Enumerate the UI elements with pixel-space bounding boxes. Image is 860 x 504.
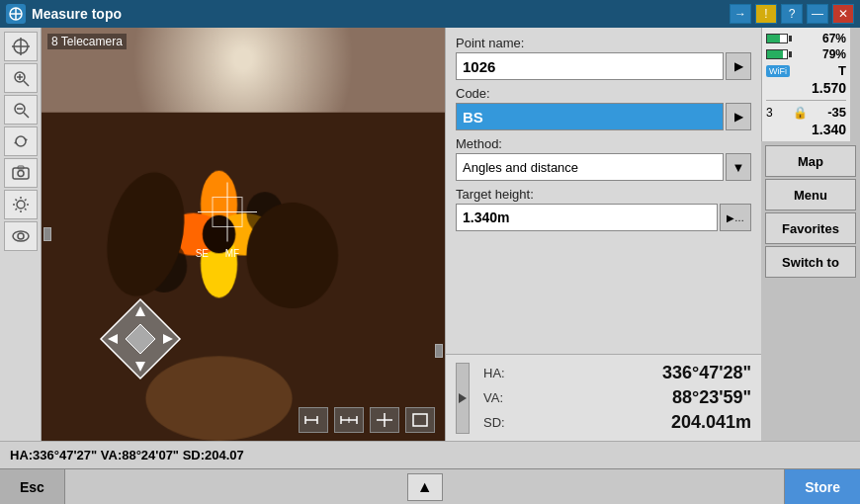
switch-to-btn[interactable]: Switch to [765, 246, 856, 278]
crosshair-mf: MF [225, 248, 239, 259]
svg-point-28 [18, 233, 24, 239]
point-name-input[interactable] [456, 52, 724, 80]
camera-tool[interactable] [4, 158, 38, 188]
app-title: Measure topo [32, 6, 724, 22]
va-value: 88°23'59" [672, 387, 751, 408]
esc-button[interactable]: Esc [0, 469, 65, 504]
svg-rect-15 [13, 168, 29, 179]
target-height-btn[interactable]: ▶… [720, 204, 751, 231]
point-name-arrow-btn[interactable]: ▶ [726, 52, 751, 80]
app-icon [6, 4, 26, 24]
battery2-pct: 79% [822, 47, 846, 61]
ha-label: HA: [483, 366, 513, 380]
va-label: VA: [483, 390, 513, 405]
code-input[interactable] [456, 103, 724, 130]
status-bar-text: HA:336°47'27" VA:88°24'07" SD:204.07 [10, 448, 244, 462]
sd-label: SD: [483, 415, 513, 430]
battery1-pct: 67% [822, 32, 846, 45]
method-select-row: Angles and distance ▼ [456, 153, 751, 181]
up-arrow-btn[interactable]: ▲ [407, 473, 443, 501]
titlebar: Measure topo → ! ? — ✕ [0, 0, 860, 28]
method-row: Method: Angles and distance ▼ [456, 136, 751, 181]
target-height-row: Target height: ▶… [456, 187, 751, 231]
method-value: Angles and distance [456, 153, 724, 181]
va-row: VA: 88°23'59" [483, 385, 751, 410]
favorites-btn[interactable]: Favorites [765, 212, 856, 244]
minimize-btn[interactable]: — [807, 4, 828, 24]
code-arrow-btn[interactable]: ▶ [726, 103, 751, 130]
brightness-tool[interactable] [4, 190, 38, 219]
sd-row: SD: 204.041m [483, 410, 751, 435]
point-num: 3 [766, 106, 773, 120]
signal-row: 1.570 [766, 80, 846, 96]
svg-line-25 [25, 200, 27, 202]
height-row: 1.340 [766, 122, 846, 137]
signal-t: T [838, 63, 846, 78]
svg-line-11 [24, 113, 29, 118]
svg-point-16 [18, 171, 24, 177]
lock-icon: 🔒 [793, 106, 808, 120]
signal-val: 1.570 [812, 80, 846, 96]
help-btn[interactable]: ? [781, 4, 803, 24]
route-btn[interactable]: → [730, 4, 751, 24]
rotate-tool[interactable] [4, 126, 38, 156]
crosshair-overlay: SE MF [188, 173, 267, 255]
store-button[interactable]: Store [784, 469, 860, 504]
target-height-input[interactable] [456, 204, 718, 231]
battery2-row: 79% [766, 47, 846, 61]
ha-row: HA: 336°47'28" [483, 361, 751, 385]
point-name-label: Point name: [456, 36, 751, 50]
view-tool[interactable] [4, 221, 38, 251]
point-name-row: Point name: ▶ [456, 36, 751, 80]
ha-value: 336°47'28" [662, 363, 751, 383]
wifi-row: WiFi T [766, 63, 846, 78]
battery2-icon [766, 49, 792, 59]
crosshair-tool[interactable] [4, 32, 38, 61]
form-area: Point name: ▶ Code: ▶ Method: [446, 28, 761, 354]
method-label: Method: [456, 136, 751, 151]
method-dropdown-btn[interactable]: ▼ [726, 153, 751, 181]
nav-pad[interactable] [96, 294, 185, 386]
status-panel: 67% 79% WiFi T [761, 28, 850, 141]
action-buttons: Map Menu Favorites Switch to [761, 141, 860, 282]
frame-btn[interactable] [405, 407, 435, 433]
sd-value: 204.041m [671, 412, 751, 433]
zoom-in-tool[interactable] [4, 63, 38, 93]
svg-rect-48 [413, 414, 427, 426]
code-label: Code: [456, 86, 751, 101]
titlebar-buttons: → ! ? — ✕ [730, 4, 854, 24]
right-wrapper: Point name: ▶ Code: ▶ Method: [445, 28, 860, 441]
measure-right-btn[interactable] [334, 407, 364, 433]
measure-left-btn[interactable] [299, 407, 328, 433]
divider [766, 100, 846, 101]
map-btn[interactable]: Map [765, 145, 856, 177]
svg-line-7 [24, 81, 29, 86]
target-height-input-row: ▶… [456, 204, 751, 231]
tilt-row: 3 🔒 -35 [766, 105, 846, 120]
tilt-val: -35 [827, 105, 846, 120]
menu-btn[interactable]: Menu [765, 179, 856, 210]
bottom-bar: Esc ▲ Store [0, 468, 860, 504]
wifi-badge: WiFi [766, 65, 790, 77]
meas-side-indicator [456, 361, 470, 435]
battery1-icon [766, 34, 792, 43]
alert-btn[interactable]: ! [755, 4, 777, 24]
svg-point-18 [17, 201, 25, 209]
bottom-center: ▲ [65, 469, 784, 504]
meas-triangle-1 [459, 393, 467, 403]
side-panel: 67% 79% WiFi T [761, 28, 860, 441]
zoom-out-tool[interactable] [4, 95, 38, 125]
svg-line-23 [15, 200, 17, 202]
camera-view: 8 Telecamera SE MF [42, 28, 445, 441]
form-panel: Point name: ▶ Code: ▶ Method: [445, 28, 761, 441]
measurements-section: HA: 336°47'28" VA: 88°23'59" SD: 204.041… [446, 354, 761, 441]
add-crosshair-btn[interactable] [370, 407, 399, 433]
camera-bottom-buttons [299, 407, 435, 433]
height-val: 1.340 [812, 122, 846, 137]
battery1-row: 67% [766, 32, 846, 45]
left-toolbar [0, 28, 42, 441]
status-bar: HA:336°47'27" VA:88°24'07" SD:204.07 [0, 441, 860, 468]
camera-label: 8 Telecamera [47, 34, 127, 49]
svg-line-24 [25, 209, 27, 210]
close-btn[interactable]: ✕ [832, 4, 854, 24]
